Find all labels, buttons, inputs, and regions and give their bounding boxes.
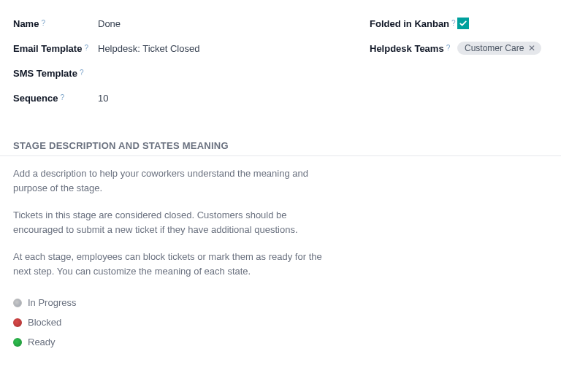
field-sequence: Sequence ? 10	[13, 86, 335, 109]
team-tag-label: Customer Care	[465, 43, 524, 53]
status-dot-green-icon	[13, 338, 22, 347]
help-icon[interactable]: ?	[60, 93, 64, 101]
field-name: Name ? Done	[13, 12, 335, 35]
description-intro: Add a description to help your coworkers…	[13, 166, 327, 195]
folded-kanban-label: Folded in Kanban ?	[370, 18, 457, 29]
status-dot-grey-icon	[13, 299, 22, 307]
close-icon[interactable]: ✕	[528, 44, 535, 53]
sequence-value[interactable]: 10	[98, 93, 335, 104]
field-email-template: Email Template ? Helpdesk: Ticket Closed	[13, 36, 335, 60]
state-list: In Progress Blocked Ready	[13, 297, 548, 347]
sequence-label: Sequence ?	[13, 93, 98, 104]
help-icon[interactable]: ?	[84, 44, 88, 52]
email-template-value[interactable]: Helpdesk: Ticket Closed	[98, 43, 335, 54]
team-tag[interactable]: Customer Care ✕	[457, 42, 541, 55]
email-template-label: Email Template ?	[13, 43, 98, 54]
state-ready[interactable]: Ready	[13, 337, 548, 347]
help-icon[interactable]: ?	[41, 19, 45, 27]
section-title: STAGE DESCRIPTION AND STATES MEANING	[13, 140, 548, 151]
section-divider	[0, 155, 561, 156]
help-icon[interactable]: ?	[446, 44, 451, 52]
check-icon	[459, 19, 468, 28]
field-sms-template: SMS Template ?	[13, 61, 335, 85]
name-value[interactable]: Done	[98, 18, 335, 29]
helpdesk-teams-label: Helpdesk Teams ?	[370, 43, 457, 54]
description-body[interactable]: Tickets in this stage are considered clo…	[13, 208, 327, 237]
field-helpdesk-teams: Helpdesk Teams ? Customer Care ✕	[370, 36, 548, 60]
help-icon[interactable]: ?	[451, 19, 456, 27]
state-label: Blocked	[28, 317, 61, 328]
state-label: In Progress	[28, 297, 76, 308]
helpdesk-teams-value[interactable]: Customer Care ✕	[457, 42, 548, 55]
folded-kanban-value	[457, 18, 548, 30]
state-label: Ready	[28, 337, 56, 347]
name-label: Name ?	[13, 18, 98, 29]
help-icon[interactable]: ?	[80, 69, 84, 77]
state-blocked[interactable]: Blocked	[13, 317, 548, 328]
field-folded-kanban: Folded in Kanban ?	[370, 12, 548, 35]
status-dot-red-icon	[13, 318, 22, 327]
folded-kanban-checkbox[interactable]	[457, 18, 469, 29]
description-footer: At each stage, employees can block ticke…	[13, 250, 327, 278]
sms-template-label: SMS Template ?	[13, 68, 98, 79]
state-in-progress[interactable]: In Progress	[13, 297, 548, 308]
